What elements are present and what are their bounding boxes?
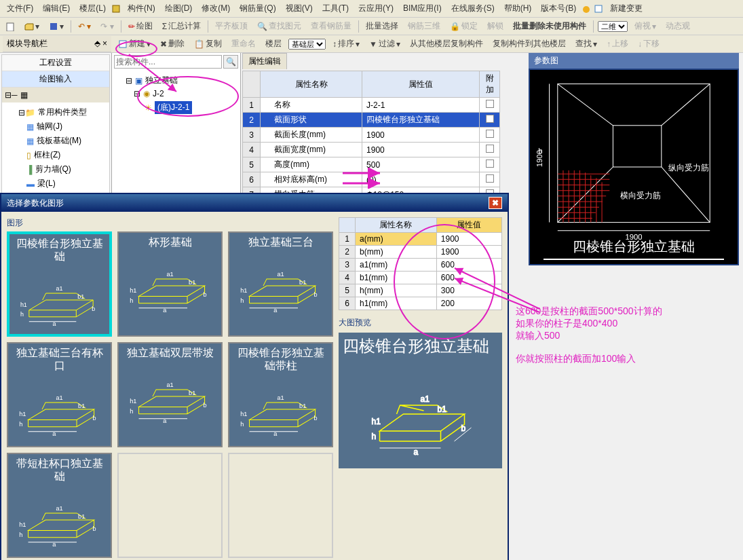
nav-tab-setup[interactable]: 工程设置 — [2, 55, 109, 71]
tb-undo[interactable]: ↶ ▾ — [75, 20, 94, 33]
param-row[interactable]: 5h(mm)300 — [339, 284, 502, 297]
base-layer-select[interactable]: 基础层 — [288, 39, 326, 50]
sub-copy-from[interactable]: 从其他楼层复制构件 — [407, 37, 486, 51]
tree-wall[interactable]: ▐剪力墙(Q) — [5, 162, 107, 176]
sub-filter[interactable]: ▼过滤▾ — [366, 37, 403, 51]
tb-save[interactable]: ▾ — [46, 20, 66, 33]
tree-axis[interactable]: ▦轴网(J) — [5, 119, 107, 134]
svg-text:b1: b1 — [299, 279, 306, 286]
tb-rebar-view: 查看钢筋量 — [308, 19, 354, 33]
tree-beam[interactable]: ▬梁(L) — [5, 176, 107, 191]
tree-icon[interactable]: ⊟─ — [5, 90, 18, 100]
menu-floor[interactable]: 楼层(L) — [75, 1, 110, 16]
search-button[interactable]: 🔍 — [223, 55, 238, 69]
shape-option[interactable]: 独立基础双层带坡a1b1h1hab — [117, 342, 223, 447]
preview-box: 四棱锥台形独立基础 a1b1 h1h ab — [339, 333, 502, 468]
menu-newchange[interactable]: 新建变更 — [606, 1, 647, 16]
search-input[interactable] — [114, 55, 222, 69]
param-row[interactable]: 2b(mm)1900 — [339, 246, 502, 259]
shape-option[interactable]: 杯形基础a1b1h1hab — [117, 231, 223, 337]
menu-file[interactable]: 文件(F) — [3, 1, 37, 16]
svg-text:h: h — [130, 408, 133, 415]
tb-batch-sel[interactable]: 批量选择 — [363, 19, 401, 33]
param-row[interactable]: 3a1(mm)600 — [339, 259, 502, 272]
shape-option[interactable]: 四棱锥台形独立基础a1b1h1hab — [7, 231, 112, 337]
tb-open[interactable]: ▾ — [22, 20, 42, 33]
menu-online[interactable]: 在线服务(S) — [447, 1, 499, 16]
menu-edit[interactable]: 编辑(E) — [39, 1, 74, 16]
tb-flat: 平齐板顶 — [212, 19, 250, 33]
menu-tools[interactable]: 工具(T) — [318, 1, 353, 16]
sub-find[interactable]: 查找▾ — [573, 37, 600, 51]
sub-copy[interactable]: 📋复制 — [191, 37, 225, 51]
param-shape-dialog: 选择参数化图形 ✖ 图形 四棱锥台形独立基础a1b1h1hab杯形基础a1b1h… — [0, 193, 509, 560]
shape-option[interactable]: 独立基础三台有杯口a1b1h1hab — [7, 342, 112, 447]
nav-icons: ⊟─ ▦ — [2, 88, 109, 102]
nav-tab-draw[interactable]: 绘图输入 — [2, 71, 109, 88]
tb-rebar3d: 钢筋三维 — [405, 19, 443, 33]
menu-help[interactable]: 帮助(H) — [500, 1, 536, 16]
grid-icon[interactable]: ▦ — [20, 90, 28, 100]
shape-option[interactable]: 独立基础三台a1b1h1hab — [228, 231, 333, 337]
svg-line-11 — [662, 167, 710, 223]
tb-sum[interactable]: Σ 汇总计算 — [159, 19, 204, 33]
svg-text:b1: b1 — [77, 293, 84, 300]
prop-row[interactable]: 6相对底标高(m)(0) — [243, 172, 500, 187]
tb-batch-del[interactable]: 批量删除未使用构件 — [510, 19, 589, 33]
tree-root[interactable]: ⊟📁常用构件类型 — [5, 105, 107, 119]
sub-copy-to[interactable]: 复制构件到其他楼层 — [490, 37, 569, 51]
dialog-title-text: 选择参数化图形 — [7, 198, 64, 209]
shape-empty — [228, 453, 333, 558]
sub-sort[interactable]: ↕排序▾ — [330, 37, 362, 51]
menu-modify[interactable]: 修改(M) — [197, 1, 234, 16]
menu-component[interactable]: 构件(N) — [123, 1, 159, 16]
shape-empty — [117, 453, 223, 558]
tb-draw[interactable]: ✏绘图 — [126, 19, 155, 33]
prop-tab[interactable]: 属性编辑 — [242, 53, 287, 69]
svg-text:h1: h1 — [19, 411, 26, 418]
dialog-titlebar[interactable]: 选择参数化图形 ✖ — [1, 194, 508, 212]
svg-rect-0 — [113, 5, 119, 12]
svg-text:h: h — [372, 432, 377, 441]
svg-text:a1: a1 — [56, 505, 62, 512]
svg-text:a: a — [414, 447, 419, 457]
tree-raft[interactable]: ▦筏板基础(M) — [5, 134, 107, 148]
new-change-icon[interactable] — [594, 4, 603, 14]
tree-column[interactable]: ▯框柱(Z) — [5, 148, 107, 162]
tb-new[interactable] — [3, 20, 18, 33]
comp-j2[interactable]: ⊟◉J-2 — [115, 88, 237, 100]
sub-floor[interactable]: 楼层 — [263, 37, 284, 51]
menu-version[interactable]: 版本号(B) — [537, 1, 580, 16]
menu-bim[interactable]: BIM应用(I) — [399, 1, 446, 16]
comp-leaf[interactable]: ☀(底)J-2-1 — [115, 100, 237, 115]
svg-text:h1: h1 — [130, 398, 136, 405]
toolbar-main: ▾ ▾ ↶ ▾ ↷ ▾ ✏绘图 Σ 汇总计算 平齐板顶 🔍查找图元 查看钢筋量 … — [0, 18, 743, 35]
param-row[interactable]: 4b1(mm)600 — [339, 272, 502, 284]
menu-cloud[interactable]: 云应用(Y) — [354, 1, 398, 16]
comp-root[interactable]: ⊟▣独立基础 — [115, 73, 237, 88]
dialog-close-button[interactable]: ✖ — [489, 197, 502, 209]
menu-rebar[interactable]: 钢筋量(Q) — [235, 1, 280, 16]
sub-delete[interactable]: ✖删除 — [157, 37, 187, 51]
menu-view[interactable]: 视图(V) — [282, 1, 317, 16]
prop-row[interactable]: 4截面宽度(mm)1900 — [243, 143, 500, 157]
menu-draw[interactable]: 绘图(D) — [161, 1, 197, 16]
svg-text:b: b — [538, 147, 542, 155]
prop-row[interactable]: 2截面形状四棱锥台形独立基础 — [243, 113, 500, 128]
param-row[interactable]: 1a(mm)1900 — [339, 233, 502, 246]
prop-head-name: 属性名称 — [261, 71, 362, 98]
shape-option[interactable]: 四棱锥台形独立基础带柱a1b1h1hab — [228, 342, 333, 447]
view3d-select[interactable]: 二维 — [598, 21, 628, 32]
prop-row[interactable]: 1名称J-2-1 — [243, 98, 500, 113]
prop-row[interactable]: 5高度(mm)500 — [243, 157, 500, 172]
svg-text:b: b — [314, 292, 318, 299]
svg-text:h: h — [19, 421, 22, 428]
svg-text:a: a — [53, 320, 56, 327]
param-row[interactable]: 6h1(mm)200 — [339, 297, 502, 310]
sub-new[interactable]: 新建 ▾ — [115, 37, 153, 51]
prop-row[interactable]: 3截面长度(mm)1900 — [243, 128, 500, 143]
svg-text:横向受力筋: 横向受力筋 — [620, 191, 661, 200]
shape-option[interactable]: 带短柱杯口独立基础a1b1h1hab — [7, 453, 112, 558]
svg-text:b1: b1 — [189, 279, 195, 286]
tb-dyn: 动态观 — [663, 19, 693, 33]
